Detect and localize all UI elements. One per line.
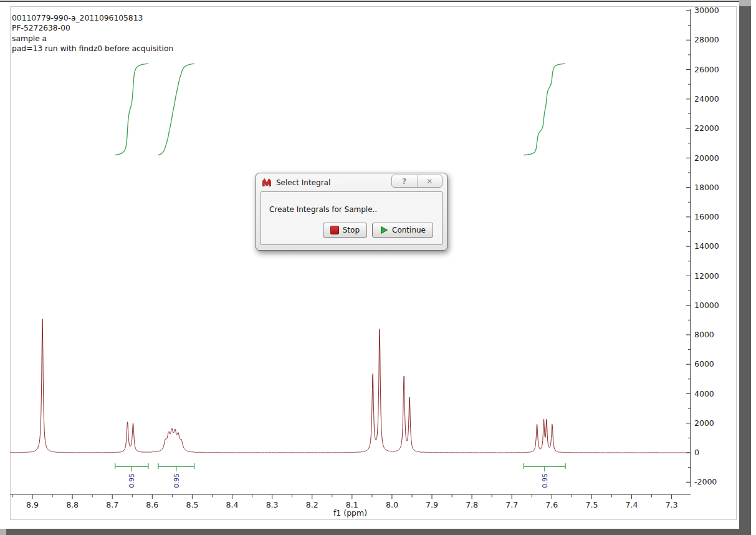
svg-text:8.6: 8.6 <box>146 500 158 509</box>
spectrum-trace[interactable] <box>10 319 691 453</box>
svg-text:7.3: 7.3 <box>666 500 678 509</box>
svg-text:26000: 26000 <box>694 65 719 74</box>
play-icon <box>380 226 388 234</box>
svg-text:14000: 14000 <box>694 241 719 251</box>
continue-button-label: Continue <box>392 226 426 234</box>
integral-value-label: 0.95 <box>541 473 548 488</box>
page: 00110779-990-a_2011096105813 PF-5272638-… <box>0 0 756 535</box>
stop-icon <box>330 226 339 234</box>
svg-text:8.8: 8.8 <box>66 500 79 509</box>
spectrum-canvas[interactable]: 8.98.88.78.68.58.48.38.28.18.07.97.87.77… <box>0 0 756 535</box>
integral-region-2[interactable]: 0.95 <box>158 64 194 488</box>
integral-value-label: 0.95 <box>128 473 135 488</box>
mnova-icon <box>262 178 272 187</box>
x-axis: 8.98.88.78.68.58.48.38.28.18.07.97.87.77… <box>10 494 691 518</box>
x-axis-label: f1 (ppm) <box>333 508 367 518</box>
svg-text:20000: 20000 <box>694 153 719 163</box>
svg-text:8.9: 8.9 <box>26 500 39 509</box>
svg-text:24000: 24000 <box>694 94 719 104</box>
caption-buttons: ? ✕ <box>391 175 443 188</box>
svg-text:7.9: 7.9 <box>426 500 438 509</box>
svg-text:7.4: 7.4 <box>626 500 638 509</box>
integral-curve <box>158 64 194 155</box>
svg-text:7.8: 7.8 <box>466 500 478 509</box>
svg-text:28000: 28000 <box>694 35 719 44</box>
svg-text:8.5: 8.5 <box>186 500 198 509</box>
svg-text:4000: 4000 <box>694 389 714 398</box>
help-button[interactable]: ? <box>392 175 417 187</box>
svg-text:7.6: 7.6 <box>545 500 558 509</box>
stop-button-label: Stop <box>343 226 360 234</box>
dialog-message: Create Integrals for Sample.. <box>269 205 377 214</box>
integral-region-1[interactable]: 0.95 <box>115 64 148 488</box>
svg-text:0: 0 <box>694 448 699 457</box>
svg-text:10000: 10000 <box>694 301 719 310</box>
svg-text:8.7: 8.7 <box>106 500 118 509</box>
dialog-button-row: Stop Continue <box>323 223 433 238</box>
svg-text:6000: 6000 <box>694 359 714 369</box>
close-button[interactable]: ✕ <box>418 175 443 187</box>
svg-text:8.3: 8.3 <box>266 500 279 509</box>
y-axis: 3000028000260002400022000200001800016000… <box>686 6 719 487</box>
svg-text:30000: 30000 <box>694 6 719 15</box>
stop-button[interactable]: Stop <box>323 223 367 238</box>
dialog-body: Create Integrals for Sample.. Stop Conti… <box>261 191 443 245</box>
select-integral-dialog: Select Integral ? ✕ Create Integrals for… <box>256 173 447 251</box>
svg-text:8.4: 8.4 <box>226 500 239 509</box>
svg-text:7.7: 7.7 <box>505 500 518 509</box>
svg-text:7.5: 7.5 <box>585 500 598 509</box>
integral-value-label: 0.95 <box>173 473 180 488</box>
svg-text:2000: 2000 <box>694 418 714 428</box>
page-shadow-right <box>739 6 751 535</box>
continue-button[interactable]: Continue <box>372 223 433 238</box>
dialog-titlebar[interactable]: Select Integral ? ✕ <box>256 173 447 191</box>
svg-text:8.0: 8.0 <box>386 500 398 509</box>
dialog-title: Select Integral <box>276 178 330 187</box>
page-shadow-corner-left <box>0 529 6 535</box>
svg-text:-2000: -2000 <box>694 477 717 486</box>
svg-text:18000: 18000 <box>694 183 719 192</box>
svg-text:16000: 16000 <box>694 212 719 221</box>
page-shadow-corner-top <box>739 0 751 6</box>
page-shadow-bottom <box>6 529 751 535</box>
integral-curve <box>115 64 148 155</box>
integral-region-3[interactable]: 0.95 <box>524 64 565 488</box>
svg-text:8.2: 8.2 <box>306 500 318 509</box>
svg-text:8000: 8000 <box>694 330 714 339</box>
svg-text:22000: 22000 <box>694 123 719 133</box>
integral-curve <box>524 64 565 155</box>
svg-text:12000: 12000 <box>694 271 719 281</box>
